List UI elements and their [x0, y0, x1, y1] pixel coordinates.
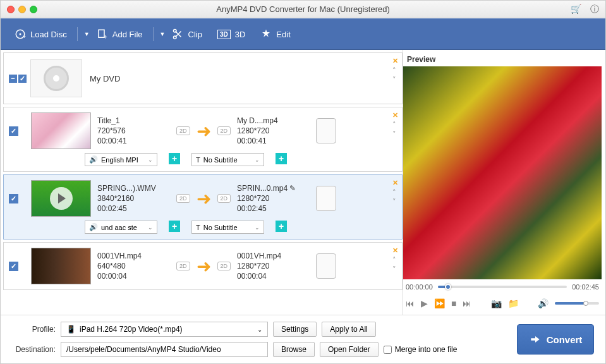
dst-name: SPRIN...0.mp4 ✎ — [237, 184, 310, 193]
next-button[interactable]: ⏭ — [463, 298, 471, 308]
merge-checkbox[interactable]: Merge into one file — [384, 345, 458, 354]
src-duration: 00:00:41 — [97, 136, 170, 145]
move-up-icon[interactable]: ˄ — [392, 121, 398, 129]
src-resolution: 640*480 — [97, 262, 170, 270]
3d-button[interactable]: 3D 3D — [211, 26, 251, 43]
list-item[interactable]: SPRING...).WMV 3840*2160 00:02:45 2D ➜ 2… — [3, 174, 403, 240]
destination-input[interactable] — [61, 342, 268, 357]
edit-label: Edit — [276, 30, 290, 39]
item-thumbnail[interactable] — [31, 112, 91, 149]
info-icon[interactable]: ⓘ — [590, 4, 599, 15]
item-thumbnail[interactable] — [31, 180, 91, 217]
src-2d-badge: 2D — [176, 126, 190, 135]
device-button[interactable] — [316, 186, 336, 211]
dst-resolution: 1280*720 — [237, 194, 310, 203]
dst-duration: 00:00:04 — [237, 272, 310, 281]
disc-group: − My DVD ✕ ˄ ˅ — [3, 52, 403, 104]
prev-button[interactable]: ⏮ — [406, 298, 415, 308]
add-audio-button[interactable]: + — [169, 153, 180, 164]
profile-label: Profile: — [8, 325, 56, 334]
apply-all-button[interactable]: Apply to All — [322, 322, 375, 337]
play-button[interactable]: ▶ — [421, 298, 428, 308]
add-subtitle-button[interactable]: + — [276, 221, 287, 232]
item-thumbnail[interactable] — [31, 248, 91, 284]
browse-button[interactable]: Browse — [273, 342, 315, 357]
subtitle-dropdown[interactable]: TNo Subtitle⌄ — [191, 221, 264, 234]
load-disc-button[interactable]: + Load Disc — [8, 25, 73, 44]
remove-item-icon[interactable]: ✕ — [392, 111, 398, 119]
cart-icon[interactable]: 🛒 — [571, 4, 581, 15]
disc-thumbnail — [30, 59, 82, 97]
volume-slider[interactable] — [555, 302, 599, 305]
clip-label: Clip — [188, 30, 202, 39]
app-window: AnyMP4 DVD Converter for Mac (Unregister… — [0, 0, 606, 364]
3d-label: 3D — [235, 30, 246, 39]
settings-button[interactable]: Settings — [273, 322, 317, 337]
move-down-icon[interactable]: ˅ — [392, 76, 398, 84]
item-checkbox[interactable] — [9, 126, 18, 136]
src-name: SPRING...).WMV — [97, 184, 170, 193]
subtitle-dropdown[interactable]: TNo Subtitle⌄ — [191, 153, 264, 166]
close-icon[interactable] — [7, 6, 15, 13]
remove-group-icon[interactable]: ✕ — [392, 57, 398, 65]
edit-button[interactable]: Edit — [254, 25, 296, 44]
remove-item-icon[interactable]: ✕ — [392, 246, 398, 255]
dst-duration: 00:00:41 — [237, 136, 310, 145]
player-controls: ⏮ ▶ ⏩ ■ ⏭ 📷 📁 🔊 — [403, 294, 602, 312]
folder-button[interactable]: 📁 — [508, 298, 519, 308]
audio-dropdown[interactable]: 🔊und aac ste⌄ — [85, 221, 157, 234]
profile-select[interactable]: 📱iPad H.264 720p Video(*.mp4)⌄ — [61, 322, 268, 337]
device-button[interactable] — [316, 253, 336, 279]
time-current: 00:00:00 — [406, 283, 433, 291]
volume-icon[interactable]: 🔊 — [538, 298, 548, 308]
left-pane: − My DVD ✕ ˄ ˅ — [1, 50, 403, 315]
dst-2d-badge: 2D — [217, 194, 231, 203]
dst-2d-badge: 2D — [217, 262, 231, 270]
move-up-icon[interactable]: ˄ — [392, 188, 398, 197]
move-down-icon[interactable]: ˅ — [392, 130, 398, 138]
move-up-icon[interactable]: ˄ — [392, 66, 398, 75]
open-folder-button[interactable]: Open Folder — [320, 342, 379, 357]
item-checkbox[interactable] — [9, 262, 18, 271]
audio-dropdown[interactable]: 🔊English MPI⌄ — [85, 153, 157, 166]
move-down-icon[interactable]: ˅ — [392, 265, 398, 274]
minimize-icon[interactable] — [18, 6, 26, 13]
remove-item-icon[interactable]: ✕ — [392, 179, 398, 187]
load-disc-dropdown[interactable]: ▼ — [82, 27, 88, 41]
preview-viewport[interactable] — [403, 66, 602, 279]
move-up-icon[interactable]: ˄ — [392, 256, 398, 264]
add-audio-button[interactable]: + — [169, 221, 180, 232]
group-checkbox[interactable] — [18, 75, 27, 83]
bottom-bar: Profile: 📱iPad H.264 720p Video(*.mp4)⌄ … — [1, 315, 605, 363]
preview-image — [403, 66, 602, 279]
clip-button[interactable]: Clip — [166, 25, 209, 44]
src-duration: 00:00:04 — [97, 272, 170, 281]
collapse-button[interactable]: − — [9, 75, 17, 83]
group-title: My DVD — [90, 74, 120, 83]
destination-label: Destination: — [8, 345, 56, 354]
dst-2d-badge: 2D — [217, 126, 231, 135]
stop-button[interactable]: ■ — [451, 298, 456, 308]
titlebar: AnyMP4 DVD Converter for Mac (Unregister… — [1, 1, 605, 18]
fast-forward-button[interactable]: ⏩ — [434, 298, 445, 308]
window-title: AnyMP4 DVD Converter for Mac (Unregister… — [216, 4, 390, 14]
convert-button[interactable]: Convert — [517, 324, 594, 355]
move-down-icon[interactable]: ˅ — [392, 198, 398, 206]
add-file-dropdown[interactable]: ▼ — [157, 27, 164, 41]
maximize-icon[interactable] — [30, 6, 37, 13]
content: − My DVD ✕ ˄ ˅ — [1, 50, 605, 315]
snapshot-button[interactable]: 📷 — [491, 298, 502, 308]
add-subtitle-button[interactable]: + — [276, 153, 287, 164]
add-file-button[interactable]: + Add File — [90, 25, 149, 44]
item-checkbox[interactable] — [9, 194, 18, 203]
list-item[interactable]: 0001VH.mp4 640*480 00:00:04 2D ➜ 2D 0001… — [3, 242, 403, 290]
arrow-icon: ➜ — [197, 188, 211, 209]
add-file-label: Add File — [112, 30, 143, 39]
dst-resolution: 1280*720 — [237, 126, 310, 135]
svg-point-6 — [173, 36, 176, 39]
arrow-icon: ➜ — [197, 121, 211, 142]
dst-duration: 00:02:45 — [237, 204, 310, 213]
device-button[interactable] — [316, 118, 336, 143]
list-item[interactable]: Title_1 720*576 00:00:41 2D ➜ 2D My D...… — [3, 107, 403, 172]
seek-slider[interactable] — [438, 286, 567, 288]
